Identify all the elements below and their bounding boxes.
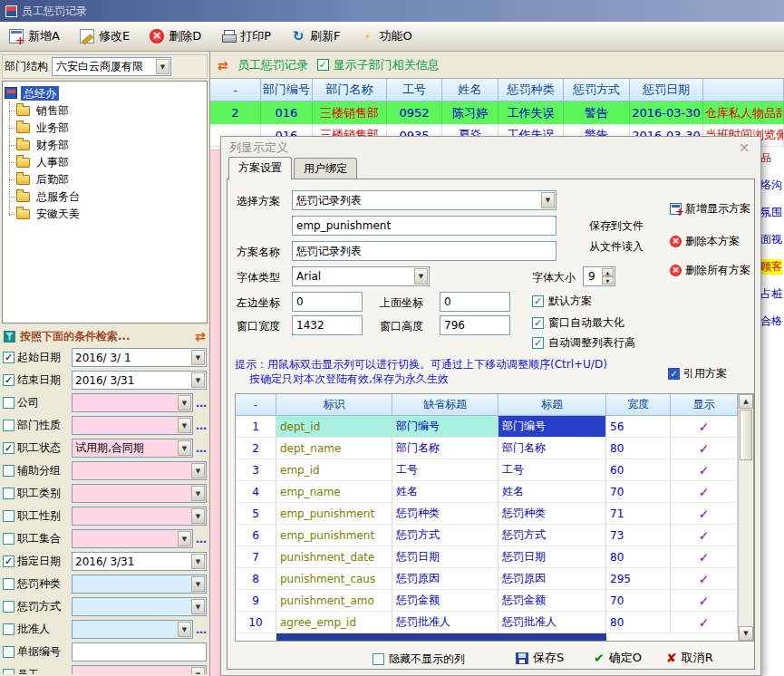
filter-combo[interactable]: ▼	[72, 416, 193, 435]
toolbar-delete-button[interactable]: 删除D	[150, 28, 201, 44]
toolbar-print-button[interactable]: 打印P	[221, 28, 271, 44]
toolbar-edit-button[interactable]: 修改E	[80, 28, 130, 44]
filter-combo[interactable]: ▼	[72, 575, 207, 594]
auto-maximize-checkbox[interactable]: ✓ 窗口自动最大化	[532, 315, 624, 331]
dlg-grid-row-4[interactable]: 4emp_name姓名姓名70✓	[236, 481, 753, 503]
grid-header-col-1[interactable]: 部门编号	[261, 79, 313, 101]
chevron-down-icon[interactable]: ▼	[191, 667, 205, 674]
filter-combo[interactable]: 2016/ 3/31▼	[72, 371, 207, 390]
toolbar-new-button[interactable]: 新增A	[9, 28, 60, 44]
filter-combo[interactable]: ▼	[72, 461, 207, 480]
chevron-down-icon[interactable]: ▼	[191, 508, 205, 524]
chevron-down-icon[interactable]: ▼	[178, 418, 191, 433]
save-to-file-button[interactable]: 保存到文件	[589, 218, 644, 234]
tab-user-binding[interactable]: 用户绑定	[294, 158, 357, 179]
filter-combo[interactable]: 2016/ 3/ 1▼	[72, 348, 207, 367]
show-subdept-checkbox[interactable]: ✓ 显示子部门相关信息	[317, 57, 440, 73]
filter-checkbox[interactable]	[3, 669, 15, 674]
stepper-arrows[interactable]: ▲▼	[602, 268, 614, 285]
dlg-grid-header-col-2[interactable]: 缺省标题	[392, 394, 498, 416]
chevron-down-icon[interactable]: ▼	[178, 440, 191, 456]
swap-icon[interactable]: ⇄	[218, 58, 228, 72]
grid-header-col-5[interactable]: 惩罚种类	[498, 79, 564, 101]
grid-header-col-4[interactable]: 姓名	[442, 79, 498, 101]
new-scheme-button[interactable]: 新增显示方案	[670, 201, 750, 217]
tree-item-2[interactable]: 业务部	[5, 119, 205, 136]
dlg-grid-row-7[interactable]: 7punishment_date惩罚日期惩罚日期80✓	[236, 546, 753, 568]
scroll-up-icon[interactable]: ▲	[739, 394, 753, 409]
filter-combo[interactable]: 2016/ 3/31▼	[72, 552, 207, 571]
pin-swap-icon[interactable]: ⇄	[195, 329, 206, 343]
dlg-grid-header-col-0[interactable]: -	[236, 394, 276, 416]
reference-scheme-button[interactable]: ✓ 引用方案	[668, 366, 727, 381]
chevron-down-icon[interactable]: ▼	[191, 576, 205, 592]
delete-all-schemes-button[interactable]: 删除所有方案	[670, 263, 750, 278]
tree-item-0[interactable]: 总经办	[5, 84, 205, 101]
tree-item-5[interactable]: 后勤部	[5, 170, 205, 188]
filter-combo[interactable]: 试用期,合同期▼	[72, 439, 193, 458]
dlg-grid-header-col-3[interactable]: 标题	[498, 394, 606, 416]
filter-combo[interactable]: ▼	[72, 597, 207, 616]
tree-item-1[interactable]: 销售部	[5, 101, 205, 119]
close-icon[interactable]: ✕	[736, 140, 752, 155]
dlg-grid-row-8[interactable]: 8punishment_caus惩罚原因惩罚原因295✓	[236, 568, 753, 590]
dlg-grid-row-6[interactable]: 6emp_punishment惩罚方式惩罚方式73✓	[236, 525, 753, 546]
toolbar-function-button[interactable]: 功能O	[360, 28, 411, 44]
grid-header-col-2[interactable]: 部门名称	[313, 79, 387, 101]
dlg-grid-header-col-1[interactable]: 标识	[276, 394, 392, 416]
filter-combo[interactable]: ▼	[72, 484, 207, 503]
load-from-file-button[interactable]: 从文件读入	[589, 239, 644, 255]
filter-combo[interactable]: ▼	[72, 393, 193, 412]
company-select[interactable]: 六安白云商厦有限 ▼	[52, 57, 171, 76]
filter-input[interactable]	[72, 642, 207, 662]
filter-checkbox[interactable]: ✓	[3, 374, 15, 386]
grid-scrollbar[interactable]: ▲ ▼	[738, 394, 753, 641]
grid-header-col-0[interactable]: -	[210, 79, 261, 101]
chevron-down-icon[interactable]: ▼	[156, 59, 169, 74]
tree-item-7[interactable]: 安徽天美	[5, 205, 205, 222]
dlg-grid-row-10[interactable]: 10agree_emp_id惩罚批准人惩罚批准人80✓	[236, 612, 753, 633]
chevron-down-icon[interactable]: ▼	[191, 372, 205, 388]
auto-row-height-checkbox[interactable]: ✓ 自动调整列表行高	[532, 335, 635, 351]
top-coord-input[interactable]: 0	[440, 292, 510, 312]
chevron-down-icon[interactable]: ▼	[191, 599, 205, 614]
chevron-down-icon[interactable]: ▼	[191, 554, 205, 569]
dlg-grid-header-col-5[interactable]: 显示	[671, 394, 738, 416]
ellipsis-button[interactable]: …	[196, 623, 207, 636]
window-width-input[interactable]: 1432	[292, 315, 363, 335]
chevron-down-icon[interactable]: ▼	[191, 350, 205, 365]
ellipsis-button[interactable]: …	[196, 442, 207, 455]
dlg-grid-row-5[interactable]: 5emp_punishment惩罚种类惩罚种类71✓	[236, 503, 753, 525]
scroll-track[interactable]	[739, 461, 753, 626]
dlg-grid-header-col-4[interactable]: 宽度	[606, 394, 671, 416]
tree-item-3[interactable]: 财务部	[5, 136, 205, 153]
filter-checkbox[interactable]	[3, 601, 15, 613]
grid-header-col-7[interactable]: 惩罚日期	[630, 79, 703, 101]
window-height-input[interactable]: 796	[440, 315, 510, 335]
default-scheme-checkbox[interactable]: ✓ 默认方案	[532, 294, 592, 309]
filter-combo[interactable]: ▼	[72, 665, 207, 674]
tree-item-4[interactable]: 人事部	[5, 153, 205, 170]
tab-scheme-settings[interactable]: 方案设置	[228, 157, 292, 179]
filter-checkbox[interactable]	[3, 420, 15, 431]
scroll-thumb[interactable]	[740, 410, 752, 460]
down-arrow-icon[interactable]: ▼	[602, 276, 614, 285]
filter-combo[interactable]: ▼	[72, 507, 207, 526]
ok-button[interactable]: ✔ 确定O	[594, 650, 642, 666]
save-button[interactable]: 保存S	[516, 650, 564, 666]
cancel-button[interactable]: ✘ 取消R	[666, 650, 713, 666]
scroll-down-icon[interactable]: ▼	[739, 626, 753, 641]
chevron-down-icon[interactable]: ▼	[191, 486, 205, 501]
grid-header-col-8[interactable]	[703, 79, 784, 101]
ellipsis-button[interactable]: …	[196, 397, 207, 410]
scheme-code-input[interactable]: emp_punishment	[292, 216, 557, 236]
font-type-select[interactable]: Arial ▼	[292, 266, 430, 286]
filter-checkbox[interactable]	[3, 646, 15, 658]
chevron-down-icon[interactable]: ▼	[178, 531, 191, 546]
dlg-grid-row-9[interactable]: 9punishment_amo惩罚金额惩罚金额70✓	[236, 590, 753, 612]
grid-row-0[interactable]: 2016三楼销售部0952陈习婷工作失误警告2016-03-30仓库私人物品乱	[210, 101, 784, 124]
filter-checkbox[interactable]	[3, 623, 15, 635]
dlg-grid-row-1[interactable]: 1dept_id部门编号部门编号56✓	[236, 416, 753, 438]
tree-item-6[interactable]: 总服务台	[5, 188, 205, 205]
filter-checkbox[interactable]	[3, 397, 15, 409]
